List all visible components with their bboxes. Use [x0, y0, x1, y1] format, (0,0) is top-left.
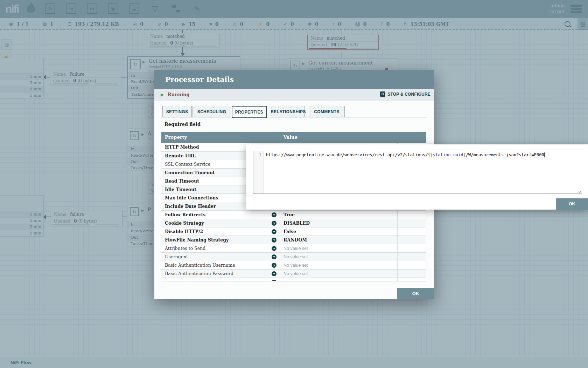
nifi-app: nifi ↻ ⇥ ↦ ▣ ☁ ▽ ✎ admin LOG OUT ▣1 / 1 …: [0, 0, 588, 368]
table-row[interactable]: Attributes to Send?No value set: [161, 244, 426, 252]
tab-settings[interactable]: SETTINGS: [162, 106, 192, 117]
help-icon[interactable]: ?: [272, 221, 276, 226]
table-row[interactable]: FlowFile Naming Strategy?RANDOM: [161, 236, 426, 244]
line-number: 1: [259, 152, 261, 157]
dialog-title: Processor Details: [165, 70, 434, 89]
properties-table-header: Property Value: [161, 132, 426, 143]
processor-state-text: Running: [168, 92, 190, 97]
help-icon[interactable]: ?: [272, 229, 276, 234]
help-icon[interactable]: ?: [272, 238, 276, 243]
help-icon[interactable]: ?: [272, 246, 276, 251]
tab-comments[interactable]: COMMENTS: [309, 106, 345, 117]
table-row[interactable]: Basic Authentication Username?No value s…: [161, 261, 426, 269]
tab-scheduling[interactable]: SCHEDULING: [192, 106, 231, 117]
expression-open: ${: [428, 152, 433, 157]
help-icon[interactable]: ?: [272, 263, 276, 268]
table-row[interactable]: Cookie Strategy?DISABLED: [161, 219, 426, 227]
table-row[interactable]: Useragent?No value set: [161, 252, 426, 261]
editor-gutter: 1: [253, 151, 264, 193]
dialog-header: Processor Details: [154, 70, 434, 89]
table-row[interactable]: Follow Redirects?True: [161, 210, 426, 219]
dialog-ok-button[interactable]: OK: [397, 288, 434, 299]
expression-parameter: station_uuid: [433, 152, 463, 157]
table-row[interactable]: ?: [161, 278, 426, 281]
value-editor-popup: 1 https://www.pegelonline.wsv.de/webserv…: [246, 144, 588, 210]
table-row[interactable]: Disable HTTP/2?False: [161, 227, 426, 236]
stop-and-configure-button[interactable]: ⚙ STOP & CONFIGURE: [380, 91, 430, 97]
text-cursor: [544, 152, 545, 157]
processor-state-row: ▶ Running ⚙ STOP & CONFIGURE: [154, 89, 434, 101]
expression-close: }: [463, 152, 466, 157]
tab-relationships[interactable]: RELATIONSHIPS: [272, 106, 305, 117]
help-icon[interactable]: ?: [272, 254, 276, 259]
column-value: Value: [284, 135, 298, 140]
expression-editor[interactable]: 1 https://www.pegelonline.wsv.de/webserv…: [253, 151, 582, 194]
help-icon[interactable]: ?: [272, 212, 276, 217]
editor-ok-button[interactable]: OK: [556, 198, 588, 210]
tab-properties[interactable]: PROPERTIES: [232, 106, 267, 118]
editor-code-line[interactable]: https://www.pegelonline.wsv.de/webservic…: [264, 151, 582, 193]
required-field-note: Required field: [164, 122, 201, 127]
running-state-icon: ▶: [161, 92, 164, 97]
gear-icon: ⚙: [380, 91, 385, 97]
column-property: Property: [165, 135, 187, 140]
table-row[interactable]: Basic Authentication Password?No value s…: [161, 269, 426, 278]
help-icon[interactable]: ?: [272, 271, 276, 276]
